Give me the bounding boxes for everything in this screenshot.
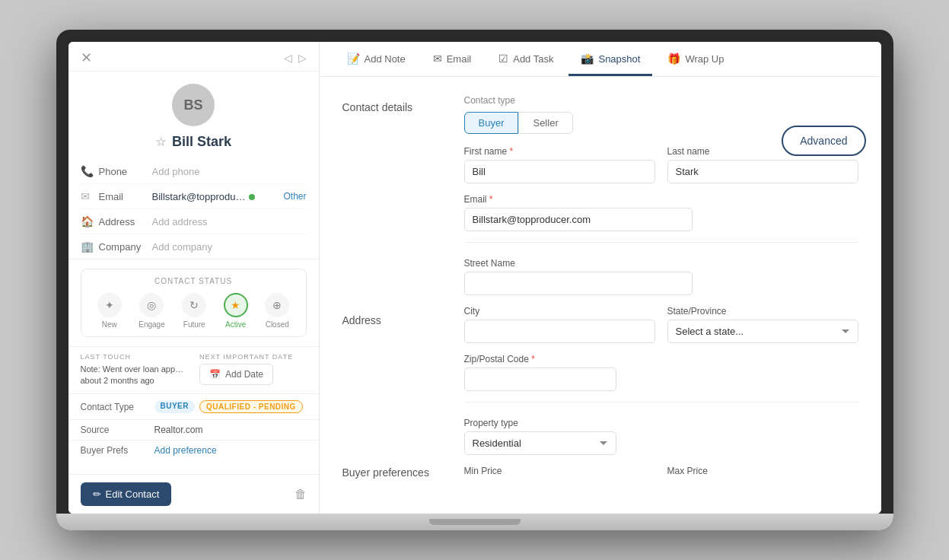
state-group: State/Province Select a state... Alabama… bbox=[667, 306, 858, 343]
add-note-icon: 📝 bbox=[347, 52, 360, 65]
advanced-button[interactable]: Advanced bbox=[782, 126, 865, 156]
right-panel: 📝 Add Note ✉ Email ☑ Add Task 📸 bbox=[320, 42, 881, 514]
tab-add-note[interactable]: 📝 Add Note bbox=[335, 42, 418, 76]
zip-row: Zip/Postal Code * bbox=[464, 354, 858, 391]
snapshot-icon: 📸 bbox=[581, 52, 594, 65]
address-icon: 🏠 bbox=[81, 215, 99, 228]
toggle-buyer[interactable]: Buyer bbox=[464, 112, 519, 134]
city-group: City bbox=[464, 306, 655, 343]
tab-add-task-label: Add Task bbox=[513, 53, 553, 65]
add-date-label: Add Date bbox=[225, 369, 263, 380]
wrap-up-icon: 🎁 bbox=[667, 52, 680, 65]
divider-address bbox=[464, 242, 858, 243]
status-title: CONTACT STATUS bbox=[89, 277, 298, 285]
price-row: Min Price Max Price bbox=[464, 466, 858, 476]
phone-icon: 📞 bbox=[81, 165, 99, 177]
favorite-icon[interactable]: ☆ bbox=[155, 135, 166, 149]
status-icons: ✦ New ◎ Engage ↻ Future ★ bbox=[89, 293, 298, 329]
status-closed-label: Closed bbox=[266, 320, 289, 329]
city-input[interactable] bbox=[464, 320, 655, 343]
property-type-select[interactable]: Residential Commercial Land Multi-Family bbox=[464, 431, 616, 455]
status-new[interactable]: ✦ New bbox=[97, 293, 122, 329]
property-type-row: Property type Residential Commercial Lan… bbox=[464, 418, 858, 455]
first-name-label: First name * bbox=[464, 146, 655, 157]
panel-footer: ✏ Edit Contact 🗑 bbox=[68, 474, 319, 514]
tag-buyer: BUYER bbox=[154, 400, 196, 413]
last-name-input[interactable] bbox=[667, 160, 858, 183]
status-engage-label: Engage bbox=[139, 320, 164, 329]
phone-value[interactable]: Add phone bbox=[152, 166, 307, 177]
tag-qualified-pending: QUALIFIED - PENDING bbox=[199, 400, 303, 413]
state-select[interactable]: Select a state... Alabama Alaska Califor… bbox=[667, 320, 858, 343]
buyer-prefs-value[interactable]: Add preference bbox=[154, 445, 217, 456]
tab-email[interactable]: ✉ Email bbox=[421, 42, 484, 76]
company-icon: 🏢 bbox=[81, 240, 99, 253]
address-section-label: Address bbox=[342, 311, 441, 326]
email-form-row: Email * bbox=[464, 194, 858, 231]
add-date-button[interactable]: 📅 Add Date bbox=[199, 364, 273, 385]
tab-snapshot[interactable]: 📸 Snapshot bbox=[568, 42, 652, 76]
city-state-row: City State/Province Select a state... Al… bbox=[464, 306, 858, 343]
company-value[interactable]: Add company bbox=[152, 241, 307, 253]
first-name-group: First name * bbox=[464, 146, 655, 183]
status-future-label: Future bbox=[183, 320, 205, 329]
next-date-col: NEXT IMPORTANT DATE 📅 Add Date bbox=[199, 353, 307, 387]
source-value: Realtor.com bbox=[154, 425, 203, 435]
email-tab-icon: ✉ bbox=[433, 52, 442, 65]
buyer-prefs-row: Buyer Prefs Add preference bbox=[68, 440, 319, 460]
street-label: Street Name bbox=[464, 258, 858, 269]
contact-type-row: Contact Type BUYER QUALIFIED - PENDING bbox=[68, 393, 319, 419]
zip-input[interactable] bbox=[464, 368, 616, 391]
source-row: Source Realtor.com bbox=[68, 419, 319, 440]
status-engage[interactable]: ◎ Engage bbox=[139, 293, 164, 329]
next-arrow[interactable]: ▷ bbox=[298, 52, 307, 64]
next-date-label: NEXT IMPORTANT DATE bbox=[199, 353, 307, 361]
close-button[interactable]: ✕ bbox=[81, 51, 92, 65]
state-label: State/Province bbox=[667, 306, 858, 317]
contact-type-label-left: Contact Type bbox=[81, 400, 145, 412]
status-closed[interactable]: ⊕ Closed bbox=[265, 293, 289, 329]
add-task-icon: ☑ bbox=[498, 52, 508, 65]
toggle-seller[interactable]: Seller bbox=[518, 112, 572, 134]
edit-contact-button[interactable]: ✏ Edit Contact bbox=[81, 482, 172, 506]
nav-arrows: ◁ ▷ bbox=[284, 52, 307, 64]
delete-button[interactable]: 🗑 bbox=[295, 488, 307, 501]
email-form-group: Email * bbox=[464, 194, 858, 231]
email-icon: ✉ bbox=[81, 190, 99, 202]
city-label: City bbox=[464, 306, 655, 317]
panel-header: ✕ ◁ ▷ bbox=[68, 42, 319, 72]
tab-add-task[interactable]: ☑ Add Task bbox=[486, 42, 565, 76]
company-label: Company bbox=[99, 241, 152, 253]
contact-type-form-label: Contact type bbox=[464, 95, 858, 106]
email-input[interactable] bbox=[464, 208, 693, 231]
right-panel-wrapper: 📝 Add Note ✉ Email ☑ Add Task 📸 bbox=[320, 42, 881, 514]
status-active-icon: ★ bbox=[224, 293, 248, 317]
email-value[interactable]: Billstark@topprodu… bbox=[152, 191, 278, 202]
email-other[interactable]: Other bbox=[283, 191, 306, 202]
phone-row: 📞 Phone Add phone bbox=[81, 159, 307, 184]
email-form-label: Email * bbox=[464, 194, 858, 205]
max-price-group: Max Price bbox=[667, 466, 858, 476]
min-price-group: Min Price bbox=[464, 466, 655, 476]
max-price-label: Max Price bbox=[667, 466, 858, 476]
edit-contact-label: Edit Contact bbox=[106, 488, 160, 500]
street-group: Street Name bbox=[464, 258, 858, 295]
prev-arrow[interactable]: ◁ bbox=[284, 52, 292, 64]
last-touch-label: LAST TOUCH bbox=[81, 353, 188, 361]
status-active[interactable]: ★ Active bbox=[224, 293, 248, 329]
contact-tags: BUYER QUALIFIED - PENDING bbox=[154, 400, 303, 413]
zip-label: Zip/Postal Code * bbox=[464, 354, 858, 364]
status-future[interactable]: ↻ Future bbox=[182, 293, 206, 329]
tab-bar: 📝 Add Note ✉ Email ☑ Add Task 📸 bbox=[320, 42, 881, 77]
email-row: ✉ Email Billstark@topprodu… Other bbox=[81, 184, 307, 209]
email-badge bbox=[249, 194, 255, 200]
tab-wrap-up[interactable]: 🎁 Wrap Up bbox=[655, 42, 736, 76]
status-closed-icon: ⊕ bbox=[265, 293, 289, 317]
tab-add-note-label: Add Note bbox=[365, 53, 406, 65]
first-name-input[interactable] bbox=[464, 160, 655, 183]
address-value[interactable]: Add address bbox=[152, 216, 307, 228]
phone-label: Phone bbox=[99, 166, 152, 177]
status-active-label: Active bbox=[225, 320, 246, 329]
street-input[interactable] bbox=[464, 272, 693, 295]
status-engage-icon: ◎ bbox=[139, 293, 164, 317]
